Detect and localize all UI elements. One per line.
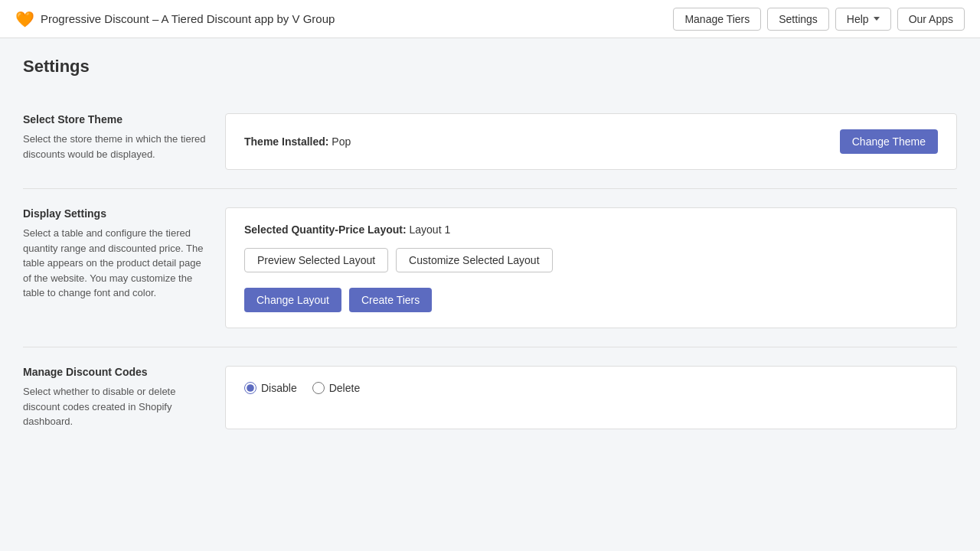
theme-value: Pop [332,135,351,148]
create-tiers-button[interactable]: Create Tiers [349,288,432,312]
discount-section-heading: Manage Discount Codes [23,366,207,378]
change-layout-button[interactable]: Change Layout [244,288,341,312]
delete-label: Delete [329,382,360,394]
delete-radio[interactable] [312,382,325,394]
customize-selected-layout-button[interactable]: Customize Selected Layout [396,248,552,272]
delete-radio-item[interactable]: Delete [312,382,360,394]
discount-section-description: Select whether to disable or delete disc… [23,384,207,429]
nav-buttons: Manage Tiers Settings Help Our Apps [673,8,965,31]
theme-section-right: Theme Installed: Pop Change Theme [225,113,957,170]
top-nav: 🧡 Progressive Discount – A Tiered Discou… [0,0,980,38]
change-theme-button[interactable]: Change Theme [840,129,938,154]
page-title: Settings [23,57,957,77]
theme-section-heading: Select Store Theme [23,113,207,126]
display-section-right: Selected Quantity-Price Layout: Layout 1… [225,207,957,328]
brand-icon: 🧡 [15,10,34,28]
help-button[interactable]: Help [835,8,891,31]
discount-section-left: Manage Discount Codes Select whether to … [23,366,207,429]
page-content: Settings Select Store Theme Select the s… [0,38,980,466]
brand: 🧡 Progressive Discount – A Tiered Discou… [15,10,335,28]
disable-label: Disable [261,382,297,394]
action-buttons-row: Change Layout Create Tiers [244,288,938,312]
layout-value: Layout 1 [410,223,451,236]
layout-label: Selected Quantity-Price Layout: Layout 1 [244,223,938,236]
preview-selected-layout-button[interactable]: Preview Selected Layout [244,248,388,272]
manage-tiers-button[interactable]: Manage Tiers [673,8,761,31]
disable-radio-item[interactable]: Disable [244,382,297,394]
theme-section-description: Select the store theme in which the tier… [23,132,207,161]
discount-section-right: Disable Delete [225,366,957,429]
layout-buttons-row: Preview Selected Layout Customize Select… [244,248,938,272]
our-apps-button[interactable]: Our Apps [897,8,965,31]
display-section-description: Select a table and configure the tiered … [23,226,207,301]
display-section-left: Display Settings Select a table and conf… [23,207,207,328]
brand-name: Progressive Discount – A Tiered Discount… [41,12,335,25]
discount-radio-group: Disable Delete [244,382,938,394]
chevron-down-icon [874,17,880,21]
discount-section: Manage Discount Codes Select whether to … [23,347,957,448]
theme-section-left: Select Store Theme Select the store them… [23,113,207,170]
theme-row: Theme Installed: Pop Change Theme [244,129,938,154]
settings-button[interactable]: Settings [767,8,829,31]
display-section: Display Settings Select a table and conf… [23,189,957,347]
display-section-heading: Display Settings [23,207,207,220]
theme-section: Select Store Theme Select the store them… [23,95,957,189]
disable-radio[interactable] [244,382,256,394]
theme-installed-text: Theme Installed: Pop [244,135,351,148]
